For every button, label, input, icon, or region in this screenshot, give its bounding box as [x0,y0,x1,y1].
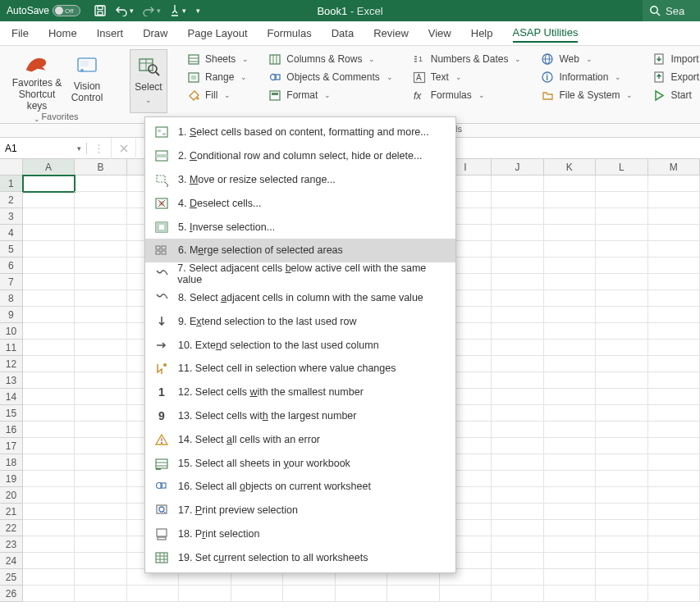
cell[interactable] [596,504,647,520]
cell[interactable] [492,586,543,602]
cell[interactable] [283,586,335,602]
objects-comments-button[interactable]: Objects & Comments⌄ [268,71,392,84]
row-header[interactable]: 14 [0,389,23,405]
cell[interactable] [492,192,543,208]
cell[interactable] [596,372,647,389]
numbers-dates-button[interactable]: 1Numbers & Dates⌄ [413,52,522,66]
cell[interactable] [23,225,75,241]
tab-formulas[interactable]: Formulas [268,25,312,42]
cell[interactable] [75,340,126,356]
tab-review[interactable]: Review [373,25,409,42]
row-header[interactable]: 2 [0,192,23,208]
cell[interactable] [648,307,700,323]
cell[interactable] [596,586,647,602]
cell[interactable] [544,356,596,372]
cell[interactable] [648,487,700,504]
cell[interactable] [648,569,700,586]
cell[interactable] [492,225,543,241]
cell[interactable] [75,389,126,405]
cell[interactable] [596,389,647,405]
cell[interactable] [648,586,700,602]
cell[interactable] [23,487,75,504]
cell[interactable] [23,323,75,340]
cell[interactable] [648,274,700,290]
cell[interactable] [544,258,596,274]
tab-asap-utilities[interactable]: ASAP Utilities [513,24,579,43]
cell[interactable] [544,307,596,323]
cell[interactable] [648,504,700,520]
cell[interactable] [492,340,543,356]
select-menu-item-6[interactable]: 6. Merge selection of selected areas [145,239,455,262]
undo-caret-icon[interactable]: ▾ [130,7,134,15]
select-menu-item-5[interactable]: 5. Inverse selection... [145,215,455,239]
cell[interactable] [336,586,387,602]
row-header[interactable]: 18 [0,454,23,471]
cell[interactable] [75,372,126,389]
cell[interactable] [544,504,596,520]
cell[interactable] [648,471,700,487]
cell[interactable] [75,569,126,586]
cell[interactable] [596,241,647,258]
select-menu-item-14[interactable]: 14. Select all cells with an error [145,427,455,451]
cell[interactable] [596,208,647,225]
cell[interactable] [23,372,75,389]
cell[interactable] [596,405,647,422]
cell[interactable] [492,323,543,340]
select-menu-item-19[interactable]: 19. Set current selection to all workshe… [145,545,455,569]
row-header[interactable]: 11 [0,340,23,356]
select-menu-item-10[interactable]: 10. Extend selection to the last used co… [145,333,455,357]
row-header[interactable]: 7 [0,274,23,290]
select-button[interactable]: Select ⌄ [130,49,167,113]
cell[interactable] [648,454,700,471]
select-menu-item-16[interactable]: 16. Select all objects on current worksh… [145,475,455,499]
select-menu-item-7[interactable]: 7. Select adjacent cells below active ce… [145,262,455,286]
cell[interactable] [648,372,700,389]
row-header[interactable]: 17 [0,438,23,454]
tab-draw[interactable]: Draw [143,25,167,42]
cell[interactable] [596,340,647,356]
fill-button[interactable]: Fill⌄ [187,89,249,102]
cell[interactable] [75,192,126,208]
cell[interactable] [544,225,596,241]
column-header[interactable]: J [492,159,543,176]
cell[interactable] [23,454,75,471]
cell[interactable] [544,389,596,405]
redo-button[interactable]: ▾ [142,5,161,16]
row-header[interactable]: 20 [0,487,23,504]
cell[interactable] [75,290,126,307]
import-button[interactable]: Import⌄ [652,52,700,66]
cell[interactable] [127,586,179,602]
columns-rows-button[interactable]: Columns & Rows⌄ [268,52,392,66]
select-menu-item-9[interactable]: 9. Extend selection to the last used row [145,309,455,333]
row-header[interactable]: 1 [0,176,23,192]
column-header[interactable]: A [23,159,75,176]
cancel-formula-icon[interactable] [112,138,136,159]
cell[interactable] [544,274,596,290]
row-header[interactable]: 24 [0,553,23,569]
qat-customize-icon[interactable]: ▾ [194,7,200,15]
cell[interactable] [648,389,700,405]
row-header[interactable]: 22 [0,520,23,536]
cell[interactable] [23,405,75,422]
cell[interactable] [231,586,283,602]
cell[interactable] [596,225,647,241]
cell[interactable] [492,553,543,569]
name-box[interactable]: ▾ [0,143,87,154]
cell[interactable] [596,438,647,454]
cell[interactable] [23,389,75,405]
touchmode-button[interactable]: ▾ [169,4,186,17]
cell[interactable] [75,504,126,520]
select-menu-item-12[interactable]: 112. Select cells with the smallest numb… [145,381,455,404]
cell[interactable] [596,520,647,536]
cell[interactable] [23,553,75,569]
row-header[interactable]: 4 [0,225,23,241]
cell[interactable] [544,208,596,225]
cell[interactable] [596,323,647,340]
cell[interactable] [648,405,700,422]
cell[interactable] [23,438,75,454]
favorites-shortcut-button[interactable]: Favorites & Shortcut keys ⌄ [10,49,64,113]
select-menu-item-3[interactable]: 3. Move or resize selected range... [145,168,455,192]
sheets-button[interactable]: Sheets⌄ [187,52,249,66]
cell[interactable] [648,356,700,372]
cell[interactable] [492,208,543,225]
